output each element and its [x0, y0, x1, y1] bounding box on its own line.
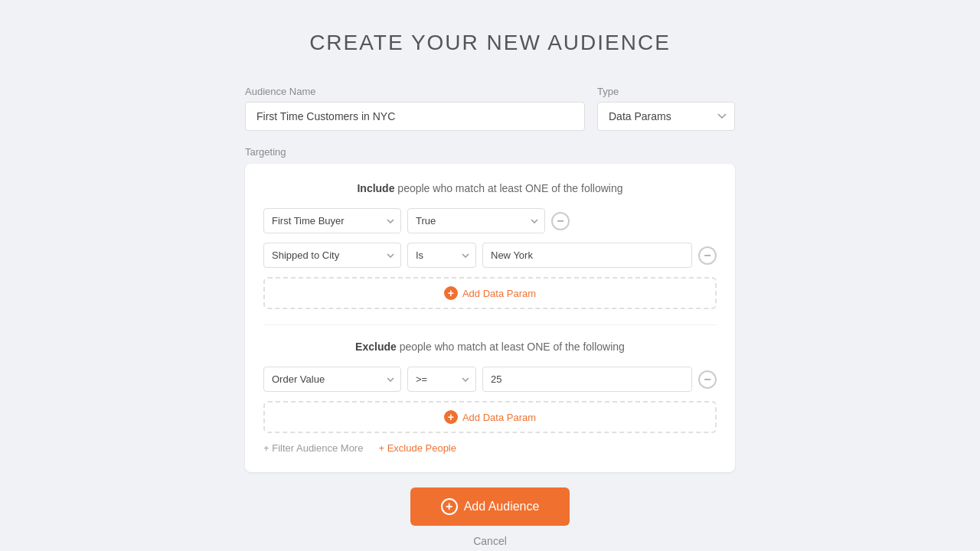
- include-rest: people who match at least ONE of the fol…: [394, 182, 622, 194]
- include-remove-btn-1[interactable]: −: [551, 212, 570, 230]
- targeting-label: Targeting: [245, 146, 735, 158]
- exclude-operator-select-1[interactable]: >= <= > < =: [407, 367, 476, 392]
- add-audience-button[interactable]: + Add Audience: [410, 487, 570, 526]
- exclude-add-param-button[interactable]: + Add Data Param: [263, 401, 717, 433]
- add-audience-label: Add Audience: [464, 500, 540, 514]
- include-field-select-2[interactable]: First Time Buyer Shipped to City Order V…: [263, 243, 401, 268]
- section-divider: [263, 324, 717, 325]
- exclude-add-param-icon: +: [444, 410, 458, 424]
- audience-name-label: Audience Name: [245, 86, 585, 97]
- exclude-field-select-1[interactable]: First Time Buyer Shipped to City Order V…: [263, 367, 401, 392]
- include-condition-row-1: First Time Buyer Shipped to City Order V…: [263, 208, 717, 233]
- include-field-select-1[interactable]: First Time Buyer Shipped to City Order V…: [263, 208, 401, 233]
- exclude-bold: Exclude: [355, 341, 397, 353]
- exclude-rest: people who match at least ONE of the fol…: [397, 341, 625, 353]
- page-title: CREATE YOUR NEW AUDIENCE: [245, 31, 735, 55]
- include-add-param-icon: +: [444, 286, 458, 300]
- type-select[interactable]: Data Params Static Dynamic: [597, 102, 735, 131]
- exclude-add-param-label: Add Data Param: [462, 412, 536, 423]
- add-audience-icon: +: [441, 498, 458, 515]
- exclude-remove-btn-1[interactable]: −: [698, 370, 717, 389]
- include-operator-select-1[interactable]: True False: [407, 208, 545, 233]
- include-add-param-label: Add Data Param: [462, 288, 536, 299]
- cancel-link[interactable]: Cancel: [245, 535, 735, 547]
- exclude-condition-row-1: First Time Buyer Shipped to City Order V…: [263, 367, 717, 392]
- exclude-section-header: Exclude people who match at least ONE of…: [263, 341, 717, 353]
- type-label: Type: [597, 86, 735, 97]
- audience-name-input[interactable]: [245, 102, 585, 131]
- targeting-box: Include people who match at least ONE of…: [245, 164, 735, 472]
- filter-audience-more-link[interactable]: + Filter Audience More: [263, 442, 363, 454]
- include-section-header: Include people who match at least ONE of…: [263, 182, 717, 194]
- exclude-value-input-1[interactable]: [482, 367, 692, 392]
- include-add-param-button[interactable]: + Add Data Param: [263, 277, 717, 309]
- include-operator-select-2[interactable]: Is Is Not Contains: [407, 243, 476, 268]
- include-bold: Include: [357, 182, 394, 194]
- button-row: + Add Audience Cancel: [245, 487, 735, 547]
- include-value-input-2[interactable]: [482, 243, 692, 268]
- include-condition-row-2: First Time Buyer Shipped to City Order V…: [263, 243, 717, 268]
- exclude-people-link[interactable]: + Exclude People: [378, 442, 456, 454]
- include-remove-btn-2[interactable]: −: [698, 246, 717, 265]
- footer-links: + Filter Audience More + Exclude People: [263, 442, 717, 454]
